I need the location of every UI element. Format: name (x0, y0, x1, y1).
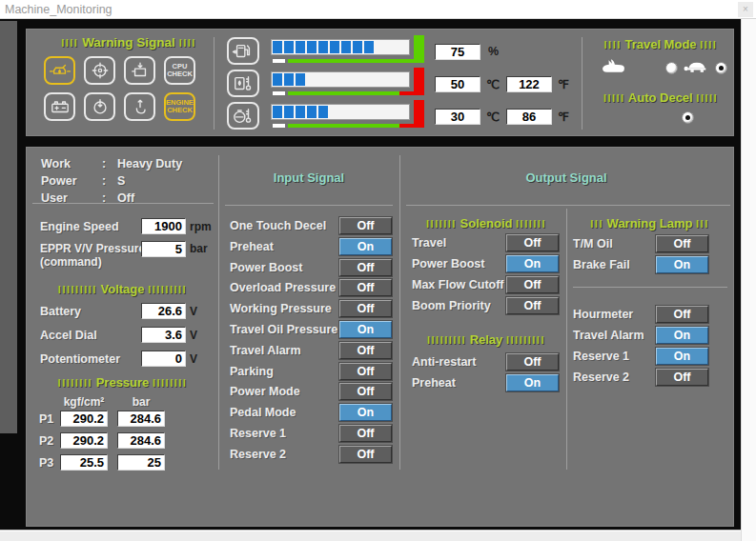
brake-fail-label: Brake Fail (573, 258, 630, 271)
hydraulic-oil-temp-c-value[interactable]: 50 (435, 76, 480, 92)
input-label: One Touch Decel (230, 219, 326, 232)
window-title: Machine_Monitoring (5, 3, 112, 16)
fuel-gauge-track (271, 39, 410, 55)
solenoid-max-flow-cutoff-indicator[interactable]: Off (506, 276, 559, 293)
coolant-temp-c-value[interactable]: 30 (435, 109, 480, 125)
pedal-mode-indicator[interactable]: On (339, 404, 392, 421)
accel-dial-label: Accel Dial (40, 329, 97, 342)
colon: : (102, 174, 106, 188)
horizontal-scrollbar[interactable] (0, 530, 741, 541)
content-canvas: IIII Warning Signal IIII CPU CHECK (0, 19, 741, 530)
hydraulic-oil-temp-row: 50 ℃ 122 ℉ (27, 70, 599, 100)
pressure-header: IIIIIIII Pressure IIIIIIII (27, 375, 218, 390)
input-label: Working Pressure (230, 302, 332, 315)
travel-oil-pressure-indicator[interactable]: On (339, 321, 392, 338)
input-row: Travel Oil PressureOn (218, 321, 399, 342)
power-value: S (117, 174, 125, 188)
solenoid-header: IIIIIII Solenoid IIIIIII (406, 216, 566, 230)
pressure-col2-header: bar (117, 395, 165, 409)
battery-label: Battery (40, 305, 81, 318)
eppr-label: EPPR V/V Pressure (40, 242, 145, 255)
wl-reserve-1-label: Reserve 1 (573, 350, 629, 363)
vertical-scrollbar[interactable] (741, 19, 756, 541)
travel-mode-block: IIII Travel Mode IIII IIIII Auto Decel I… (589, 30, 732, 137)
working-pressure-indicator[interactable]: Off (339, 300, 392, 317)
travel-alarm-indicator[interactable]: Off (339, 342, 392, 359)
auto-decel-radio[interactable] (682, 111, 694, 124)
work-value: Heavy Duty (117, 157, 182, 170)
wl-reserve-2-indicator[interactable]: Off (656, 369, 708, 386)
gauge-scale-line (288, 91, 399, 95)
power-mode-indicator[interactable]: Off (339, 383, 392, 400)
one-touch-decel-indicator[interactable]: Off (339, 217, 392, 234)
wl-travel-alarm-label: Travel Alarm (573, 329, 644, 342)
solenoid-power-boost-indicator[interactable]: On (506, 255, 559, 272)
accel-dial-value[interactable]: 3.6 (141, 327, 186, 343)
input-label: Preheat (230, 240, 274, 253)
input-row: Travel AlarmOff (218, 342, 399, 363)
input-row: Power BoostOff (218, 259, 399, 280)
work-label: Work (41, 157, 71, 170)
celsius-unit: ℃ (486, 77, 500, 91)
solenoid-travel-indicator[interactable]: Off (506, 234, 559, 251)
p2-kgf-value[interactable]: 290.2 (60, 432, 108, 449)
close-icon: × (743, 4, 748, 14)
travel-mode-rabbit-radio[interactable] (665, 62, 678, 74)
input-signal-divider (225, 205, 393, 206)
relay-anti-restart-indicator[interactable]: Off (506, 353, 559, 371)
eppr-sub-label: (command) (40, 255, 102, 269)
relay-preheat-indicator[interactable]: On (506, 374, 559, 391)
eppr-unit: bar (190, 242, 208, 255)
input-signal-list: One Touch DecelOff PreheatOn Power Boost… (218, 217, 399, 467)
pressure-col1-header: kgf/cm² (51, 395, 117, 409)
signals-panel: Work : Heavy Duty Power : S User : Off E… (26, 147, 734, 527)
input-signal-title: Input Signal (218, 170, 399, 185)
hydraulic-oil-temp-icon (227, 70, 259, 97)
input-row: Overload PressureOff (218, 279, 399, 300)
preheat-indicator[interactable]: On (339, 238, 392, 255)
solenoid-boom-priority-indicator[interactable]: Off (506, 297, 559, 314)
battery-value[interactable]: 26.6 (141, 303, 186, 319)
rabbit-icon (601, 58, 627, 79)
p1-kgf-value[interactable]: 290.2 (60, 411, 108, 427)
potentiometer-label: Potentiometer (40, 352, 120, 366)
brake-fail-indicator[interactable]: On (656, 256, 708, 273)
celsius-unit: ℃ (486, 110, 500, 124)
top-divider-2 (582, 37, 582, 130)
eppr-value[interactable]: 5 (141, 241, 186, 257)
relay-preheat-label: Preheat (412, 376, 456, 390)
gauge-zero-tick (273, 59, 285, 63)
app-window: Machine_Monitoring × IIII Warning Signal… (0, 0, 756, 541)
status-panel: IIII Warning Signal IIII CPU CHECK (26, 29, 734, 136)
p1-bar-value[interactable]: 284.6 (117, 411, 165, 427)
input-row: ParkingOff (218, 363, 399, 384)
turtle-icon (683, 60, 709, 78)
reserve-2-indicator[interactable]: Off (339, 446, 392, 463)
travel-mode-turtle-radio[interactable] (715, 62, 727, 74)
p2-bar-value[interactable]: 284.6 (117, 432, 165, 449)
coolant-temp-f-value[interactable]: 86 (506, 109, 552, 125)
fuel-level-value[interactable]: 75 (435, 44, 480, 60)
close-button[interactable]: × (738, 2, 753, 17)
potentiometer-value[interactable]: 0 (141, 351, 186, 367)
hourmeter-indicator[interactable]: Off (656, 306, 708, 323)
overload-pressure-indicator[interactable]: Off (339, 279, 392, 296)
engine-speed-unit: rpm (190, 220, 212, 233)
reserve-1-indicator[interactable]: Off (339, 425, 392, 442)
parking-indicator[interactable]: Off (339, 363, 392, 380)
battery-unit: V (190, 305, 197, 318)
power-boost-indicator[interactable]: Off (339, 259, 392, 276)
tm-oil-indicator[interactable]: Off (656, 235, 708, 252)
hydraulic-oil-temp-f-value[interactable]: 122 (506, 76, 552, 92)
coolant-temp-row: 30 ℃ 86 ℉ (27, 102, 599, 132)
engine-speed-value[interactable]: 1900 (141, 218, 186, 234)
gauge-scale-end (399, 59, 424, 63)
p3-label: P3 (39, 456, 53, 470)
p3-kgf-value[interactable]: 25.5 (60, 454, 108, 471)
warning-lamp-header: III Warning Lamp III (566, 216, 733, 230)
wl-reserve-1-indicator[interactable]: On (656, 348, 708, 365)
auto-decel-header: IIIII Auto Decel IIIII (589, 90, 732, 105)
p3-bar-value[interactable]: 25 (117, 454, 165, 471)
wl-travel-alarm-indicator[interactable]: On (656, 327, 708, 344)
solenoid-travel-label: Travel (412, 236, 446, 250)
